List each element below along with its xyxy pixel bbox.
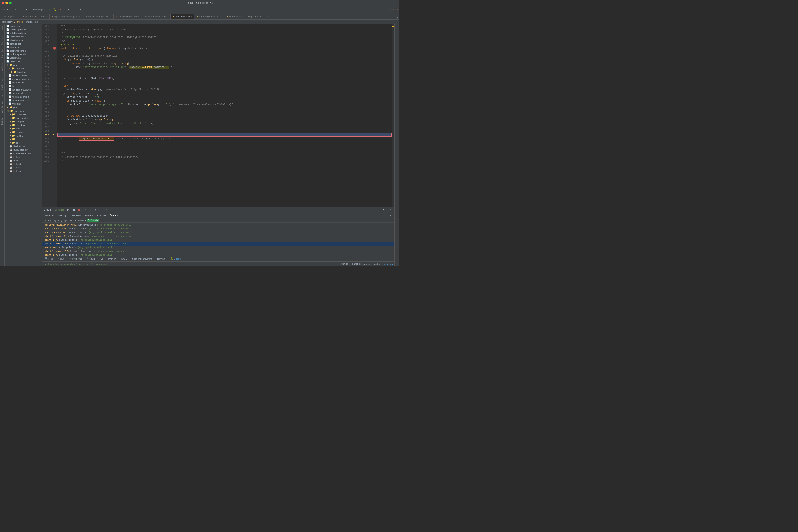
stack-frame-8[interactable]: startInternal:477, StandardService (org.… [42,249,395,253]
sidebar-item-version-bat[interactable]: 📄 version.bat [4,56,42,59]
tab-close[interactable]: × [110,16,111,18]
code-content[interactable]: /** * Begin processing requests via this… [57,24,392,207]
sidebar-item-basicvalue[interactable]: ☕ BasicValue [4,145,42,148]
stack-frame-3[interactable]: addListeners:521, MapperListener (org.ap… [42,231,395,234]
sidebar-item-service-bat[interactable]: 📄 service.bat [4,24,42,28]
sidebar-item-java[interactable]: ▼ 📁 java [4,106,42,109]
minimize-button[interactable] [5,2,8,4]
tab-overflow-button[interactable]: ▾ [395,17,399,19]
sidebar-item-compilerx[interactable]: ▶ 📁 compilerx [4,120,42,123]
panel-tab-structure[interactable]: Structure [1,36,4,46]
stop-button[interactable]: ⏹ [58,8,63,11]
sidebar-item-digesterx[interactable]: ▶ 📁 digesterx [4,123,42,127]
sidebar-item-eltest4[interactable]: ☕ ELTest4 [4,169,42,173]
sidebar-item-naming[interactable]: ▶ 📁 naming [4,134,42,137]
git-check-button[interactable]: ✓ [78,8,83,11]
run-tab[interactable]: ▷ Run [57,257,65,260]
step-into-button[interactable]: ↓ [88,208,92,212]
tab-stdservice[interactable]: J StandardService.java × [194,14,225,19]
pause-button[interactable]: ⏸ [72,208,76,212]
settings-button[interactable]: ⚙ [14,8,19,11]
sidebar-item-server-xml[interactable]: 📄 server.xml [4,91,42,95]
run-to-cursor-button[interactable]: ⤵ [99,208,103,212]
breakpoint-971[interactable] [53,46,56,50]
sidebar-item-toolwrapper-bat[interactable]: 📄 tool-wrapper.bat [4,49,42,53]
sidebar-item-catalina[interactable]: ▼ 📁 Catalina [4,66,42,70]
traffic-lights[interactable] [2,2,12,4]
sidebar-item-catalina-policy[interactable]: 📄 catalina.policy [4,74,42,77]
todo-tab[interactable]: TODO [119,257,129,260]
debug-tab-console[interactable]: Console [96,214,106,217]
tab-close[interactable]: × [138,16,139,18]
breadcrumb-part1[interactable]: connector [2,21,12,23]
tab-close[interactable]: × [241,16,242,18]
stack-frame-7[interactable]: start:147, LifecycleBase (org.apache.cat… [42,246,395,249]
tab-stdserver[interactable]: J StandardServer.java × [141,14,171,19]
sidebar-item-web-xml[interactable]: 📄 web.xml [4,102,42,106]
evaluate-button[interactable]: ⌗ [104,208,109,212]
sidebar-item-classreaderutils[interactable]: ☕ ClassReaderUtils [4,152,42,155]
sidebar-item-setclasspath-sh[interactable]: 📄 setclasspath.sh [4,31,42,35]
sidebar-item-classloadtest[interactable]: ▶ 📁 classloadtest [4,116,42,120]
sidebar-item-eltest2[interactable]: ☕ ELTest2 [4,162,42,166]
find-tab[interactable]: 🔍 Find [44,257,54,260]
stack-frame-6-active[interactable]: startInternal:994, Connector (org.apache… [42,242,395,246]
tab-close[interactable]: × [16,16,17,18]
git-update-button[interactable]: ⬆ [66,8,71,11]
sidebar-item-localhost[interactable]: ▶ 📁 localhost [4,70,42,74]
stack-frame-4[interactable]: startInternal:111, MapperListener (org.a… [42,234,395,238]
tab-stdmanager[interactable]: J StandardManager.java × [82,14,114,19]
git-tab[interactable]: Git [99,257,105,260]
stack-frame-9[interactable]: start:147, LifecycleBase (org.apache.cat… [42,253,395,255]
tab-close[interactable]: × [79,16,80,18]
sidebar-item-conf[interactable]: ▼ 📁 conf [4,63,42,66]
project-button[interactable]: Project [1,8,11,11]
debug-tab-memory[interactable]: Memory [57,214,67,217]
expand-button[interactable]: ⊕ [24,8,28,11]
profiler-tab[interactable]: Profiler [107,257,117,260]
filter-frames-button[interactable]: ⊟ [388,213,393,218]
debug-bottom-tab[interactable]: 🐛 Debug [169,257,182,260]
sidebar-item-comluban[interactable]: ▼ 📁 com.luban [4,109,42,113]
sidebar-item-broadcast[interactable]: ▶ 📁 broadcast [4,113,42,116]
panel-tab-requests[interactable]: Full Requests [1,76,4,91]
breadcrumb-part3[interactable]: startInternal [26,21,38,23]
tab-serverxml[interactable]: X server.xml × [225,14,244,19]
step-out-button[interactable]: ↑ [93,208,98,212]
sidebar-item-startup-bat[interactable]: 📄 startup.bat [4,42,42,45]
sidebar-item-eltest[interactable]: ☕ ELTest [4,155,42,158]
tab-close[interactable]: × [46,16,47,18]
view-options-button[interactable]: ≡ [19,8,23,11]
right-panel-label[interactable] [397,25,397,27]
sidebar-item-tomcatusers-xml[interactable]: 📄 tomcat-users.xml [4,95,42,98]
sidebar-item-shutdown-bat[interactable]: 📄 shutdown.bat [4,35,42,38]
stack-frame-1[interactable]: addLifecycleListener:62, LifecycleBase (… [42,223,395,227]
tab-close[interactable]: × [267,16,268,18]
sidebar-item-startup-sh[interactable]: 📄 startup.sh [4,45,42,49]
sidebar-item-version-sh[interactable]: 📄 version.sh [4,59,42,63]
panel-tab-bigdata[interactable]: Big Data Tools [1,100,4,115]
seqdiag-tab[interactable]: Sequence Diagram [131,257,153,260]
stack-frame-5[interactable]: start:147, LifecycleBase (org.apache.cat… [42,238,395,242]
panel-tab-favorites[interactable]: Favorites [1,48,4,58]
tab-close[interactable]: × [167,16,168,18]
tab-connector[interactable]: J Connector.java × [171,14,195,19]
sidebar-item-setclasspath-bat[interactable]: 📄 setclasspath.bat [4,28,42,31]
tab-mapper[interactable]: J MapperListene… × [244,14,270,19]
sidebar-item-nio[interactable]: ▶ 📁 nio [4,137,42,141]
panel-tab-codota[interactable]: Codota [1,117,4,126]
resume-button[interactable]: ▶ [66,208,71,212]
debug-tab-threads[interactable]: Threads [84,214,94,217]
panel-tab-json[interactable]: Json Parser [1,61,4,74]
sidebar-item-toolwrapper-sh[interactable]: 📄 tool-wrapper.sh [4,53,42,56]
debug-tab-variables[interactable]: Variables [44,214,55,217]
tab-close[interactable]: × [222,16,223,18]
debug-close-button[interactable]: × [388,208,393,212]
stop-debug-button[interactable]: ⏹ [77,208,81,212]
debug-button[interactable]: 🐛 [52,8,57,11]
zoom-button[interactable] [9,2,12,4]
panel-tab-art[interactable]: Art [1,93,4,97]
tab-appcontext[interactable]: J ApplicationContext.java × [50,14,82,19]
step-over-button[interactable]: ↷ [82,208,87,212]
panel-tab-project[interactable]: Project [1,25,4,33]
